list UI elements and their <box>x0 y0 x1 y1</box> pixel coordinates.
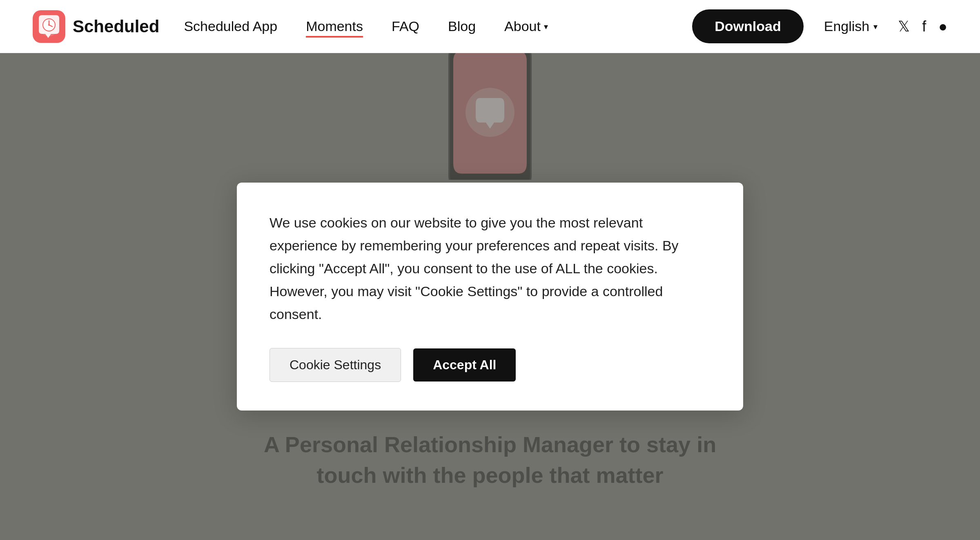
nav-item-about[interactable]: About ▾ <box>504 18 548 34</box>
cookie-settings-button[interactable]: Cookie Settings <box>270 348 401 382</box>
nav-right: Download English ▾ 𝕏 f ● <box>692 9 947 43</box>
navbar: Scheduled Scheduled App Moments FAQ Blog… <box>0 0 980 53</box>
cookie-modal: We use cookies on our website to give yo… <box>237 183 743 411</box>
nav-item-scheduled-app[interactable]: Scheduled App <box>184 18 277 34</box>
cookie-body-text: We use cookies on our website to give yo… <box>270 211 710 326</box>
about-chevron-icon: ▾ <box>544 22 548 31</box>
logo-icon <box>33 10 65 43</box>
modal-overlay: We use cookies on our website to give yo… <box>0 53 980 540</box>
social-icons: 𝕏 f ● <box>898 18 947 35</box>
language-chevron-icon: ▾ <box>873 22 878 31</box>
nav-item-faq[interactable]: FAQ <box>392 18 419 34</box>
cookie-buttons: Cookie Settings Accept All <box>270 348 710 382</box>
language-selector[interactable]: English ▾ <box>824 18 878 34</box>
accept-all-button[interactable]: Accept All <box>413 348 516 382</box>
hero-section: We use cookies on our website to give yo… <box>0 53 980 540</box>
more-icon[interactable]: ● <box>938 18 947 35</box>
twitter-icon[interactable]: 𝕏 <box>898 18 910 35</box>
logo-text: Scheduled <box>73 17 159 36</box>
nav-links: Scheduled App Moments FAQ Blog About ▾ <box>184 18 692 34</box>
download-button[interactable]: Download <box>692 9 803 43</box>
logo-link[interactable]: Scheduled <box>33 10 159 43</box>
facebook-icon[interactable]: f <box>922 18 926 35</box>
nav-item-moments[interactable]: Moments <box>306 18 363 34</box>
svg-point-6 <box>48 24 50 26</box>
nav-item-blog[interactable]: Blog <box>448 18 476 34</box>
